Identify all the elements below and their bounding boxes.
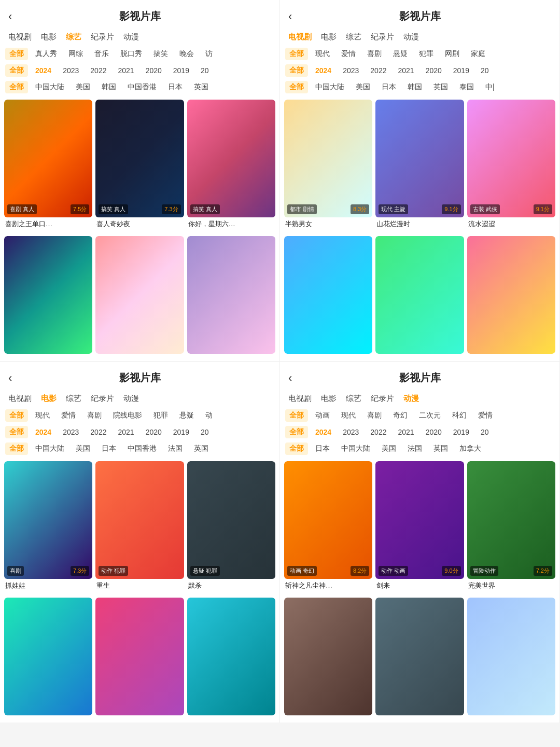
movie-card-row2-0[interactable] [4, 236, 92, 354]
region-filter-英国[interactable]: 英国 [190, 442, 213, 455]
year-filter-2019[interactable]: 2019 [449, 426, 473, 438]
region-filter-全部[interactable]: 全部 [285, 81, 308, 93]
tab-电视剧[interactable]: 电视剧 [5, 31, 35, 44]
year-filter-2023[interactable]: 2023 [339, 65, 363, 76]
genre-filter-全部[interactable]: 全部 [5, 409, 28, 422]
genre-filter-访[interactable]: 访 [201, 48, 217, 60]
movie-card-row2-0[interactable] [4, 598, 92, 715]
year-filter-2023[interactable]: 2023 [59, 426, 83, 438]
genre-filter-奇幻[interactable]: 奇幻 [389, 409, 412, 422]
back-icon[interactable]: ‹ [288, 10, 292, 23]
region-filter-法国[interactable]: 法国 [403, 442, 426, 455]
region-filter-全部[interactable]: 全部 [285, 442, 308, 455]
tab-电影[interactable]: 电影 [38, 392, 60, 405]
year-filter-20[interactable]: 20 [197, 65, 213, 76]
movie-card-row2-1[interactable] [375, 236, 464, 354]
region-filter-中国大陆[interactable]: 中国大陆 [337, 442, 374, 455]
tab-纪录片[interactable]: 纪录片 [88, 31, 117, 44]
genre-filter-晚会[interactable]: 晚会 [175, 48, 198, 60]
year-filter-2022[interactable]: 2022 [86, 426, 110, 438]
region-filter-加拿大[interactable]: 加拿大 [455, 442, 485, 455]
movie-card-row2-2[interactable] [187, 236, 275, 354]
genre-filter-全部[interactable]: 全部 [5, 48, 28, 60]
region-filter-中国香港[interactable]: 中国香港 [123, 442, 161, 455]
genre-filter-现代[interactable]: 现代 [337, 409, 360, 422]
movie-card-0[interactable]: 喜剧 真人7.5分喜剧之王单口… [4, 100, 92, 230]
region-filter-全部[interactable]: 全部 [5, 442, 28, 455]
tab-综艺[interactable]: 综艺 [343, 31, 365, 44]
genre-filter-二次元[interactable]: 二次元 [415, 409, 445, 422]
region-filter-英国[interactable]: 英国 [190, 81, 213, 93]
year-filter-2019[interactable]: 2019 [169, 426, 193, 438]
year-filter-2020[interactable]: 2020 [142, 426, 166, 438]
region-filter-中国大陆[interactable]: 中国大陆 [31, 81, 68, 93]
genre-filter-悬疑[interactable]: 悬疑 [389, 48, 412, 60]
movie-card-0[interactable]: 喜剧7.3分抓娃娃 [4, 461, 92, 591]
tab-动漫[interactable]: 动漫 [400, 392, 422, 405]
year-filter-2024[interactable]: 2024 [311, 426, 335, 438]
genre-filter-动[interactable]: 动 [201, 409, 217, 422]
region-filter-中国大陆[interactable]: 中国大陆 [311, 81, 348, 93]
tab-电影[interactable]: 电影 [38, 31, 60, 44]
movie-card-2[interactable]: 冒险动作7.2分完美世界 [467, 461, 555, 591]
region-filter-泰国[interactable]: 泰国 [455, 81, 478, 93]
year-filter-2022[interactable]: 2022 [366, 426, 390, 438]
year-filter-2021[interactable]: 2021 [394, 65, 418, 76]
genre-filter-犯罪[interactable]: 犯罪 [415, 48, 438, 60]
genre-filter-现代[interactable]: 现代 [311, 48, 334, 60]
year-filter-20[interactable]: 20 [197, 426, 213, 438]
genre-filter-网综[interactable]: 网综 [64, 48, 87, 60]
movie-card-row2-0[interactable] [284, 236, 372, 354]
tab-电影[interactable]: 电影 [318, 31, 340, 44]
year-filter-2023[interactable]: 2023 [59, 65, 83, 76]
movie-card-0[interactable]: 都市 剧情8.3分半熟男女 [284, 100, 372, 230]
year-filter-2021[interactable]: 2021 [114, 426, 138, 438]
tab-电视剧[interactable]: 电视剧 [285, 392, 315, 405]
movie-card-1[interactable]: 现代 主旋9.1分山花烂漫时 [375, 100, 464, 230]
movie-card-row2-0[interactable] [284, 598, 372, 715]
region-filter-日本[interactable]: 日本 [377, 81, 400, 93]
movie-card-2[interactable]: 搞笑 真人你好，星期六… [187, 100, 275, 230]
movie-card-row2-1[interactable] [375, 598, 464, 715]
tab-动漫[interactable]: 动漫 [120, 31, 142, 44]
tab-纪录片[interactable]: 纪录片 [88, 392, 117, 405]
year-filter-2021[interactable]: 2021 [114, 65, 138, 76]
year-filter-2024[interactable]: 2024 [31, 426, 55, 438]
movie-card-1[interactable]: 搞笑 真人7.3分喜人奇妙夜 [95, 100, 184, 230]
region-filter-英国[interactable]: 英国 [429, 442, 452, 455]
tab-动漫[interactable]: 动漫 [400, 31, 422, 44]
genre-filter-搞笑[interactable]: 搞笑 [149, 48, 172, 60]
back-icon[interactable]: ‹ [288, 371, 292, 385]
genre-filter-喜剧[interactable]: 喜剧 [83, 409, 106, 422]
tab-电视剧[interactable]: 电视剧 [5, 392, 35, 405]
tab-电影[interactable]: 电影 [318, 392, 340, 405]
year-filter-2020[interactable]: 2020 [422, 65, 446, 76]
tab-综艺[interactable]: 综艺 [63, 31, 85, 44]
region-filter-韩国[interactable]: 韩国 [97, 81, 120, 93]
tab-综艺[interactable]: 综艺 [63, 392, 85, 405]
genre-filter-音乐[interactable]: 音乐 [90, 48, 113, 60]
movie-card-1[interactable]: 动作 犯罪重生 [95, 461, 184, 591]
region-filter-韩国[interactable]: 韩国 [403, 81, 426, 93]
year-filter-2020[interactable]: 2020 [142, 65, 166, 76]
year-filter-2019[interactable]: 2019 [169, 65, 193, 76]
region-filter-中国大陆[interactable]: 中国大陆 [31, 442, 68, 455]
year-filter-全部[interactable]: 全部 [285, 64, 308, 77]
tab-纪录片[interactable]: 纪录片 [368, 392, 397, 405]
genre-filter-现代[interactable]: 现代 [31, 409, 54, 422]
movie-card-0[interactable]: 动画 奇幻8.2分斩神之凡尘神… [284, 461, 372, 591]
movie-card-1[interactable]: 动作 动画9.0分剑来 [375, 461, 464, 591]
genre-filter-爱情[interactable]: 爱情 [474, 409, 497, 422]
genre-filter-爱情[interactable]: 爱情 [337, 48, 360, 60]
region-filter-美国[interactable]: 美国 [72, 81, 94, 93]
region-filter-日本[interactable]: 日本 [97, 442, 120, 455]
region-filter-美国[interactable]: 美国 [352, 81, 374, 93]
genre-filter-科幻[interactable]: 科幻 [448, 409, 471, 422]
year-filter-2023[interactable]: 2023 [339, 426, 363, 438]
region-filter-英国[interactable]: 英国 [429, 81, 452, 93]
genre-filter-喜剧[interactable]: 喜剧 [363, 48, 386, 60]
movie-card-2[interactable]: 悬疑 犯罪默杀 [187, 461, 275, 591]
region-filter-中国香港[interactable]: 中国香港 [123, 81, 161, 93]
genre-filter-犯罪[interactable]: 犯罪 [149, 409, 172, 422]
year-filter-全部[interactable]: 全部 [285, 426, 308, 438]
